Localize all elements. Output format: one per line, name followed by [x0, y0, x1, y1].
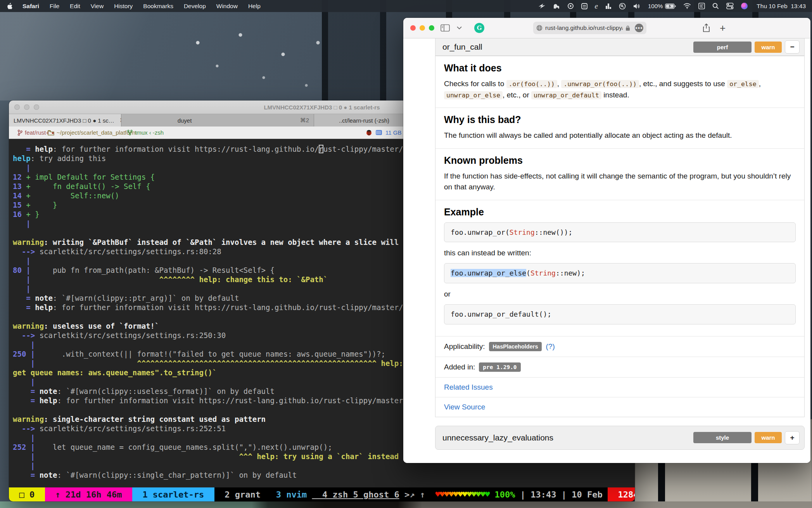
- terminal-text: =: [13, 145, 35, 153]
- tmux-window-item[interactable]: 2 grant: [214, 487, 266, 501]
- working-directory-status[interactable]: ~/project/scarlet_data_platform: [48, 127, 136, 139]
- tmux-window-item[interactable]: 4 zsh: [312, 487, 348, 501]
- menu-bar-status: e 100% Thu 10 Feb 13:43: [538, 2, 806, 10]
- menu-item-window[interactable]: Window: [216, 3, 238, 10]
- menu-item-file[interactable]: File: [50, 3, 59, 10]
- volume-icon[interactable]: [633, 3, 641, 9]
- lint-name: or_fun_call: [442, 42, 482, 52]
- tmux-window-item[interactable]: 6: [389, 487, 399, 501]
- grammarly-icon[interactable]: G: [474, 23, 484, 33]
- section-heading: What it does: [444, 62, 796, 74]
- desktop: SafariFileEditViewHistoryBookmarksDevelo…: [0, 0, 812, 508]
- folder-icon: [48, 130, 54, 135]
- tmux-window-item[interactable]: 1 scarlet-r­s: [132, 487, 214, 501]
- spotlight-icon[interactable]: [712, 3, 719, 9]
- tmux-window-item[interactable]: ↑ 21d 16h 46m: [45, 487, 132, 501]
- applicability-badge: HasPlaceholders: [489, 342, 542, 351]
- lint-card-unnecessary-lazy-evaluations[interactable]: unnecessary_lazy_evaluations style warn …: [435, 426, 805, 450]
- terminal-text: |: [13, 378, 35, 386]
- siri-icon[interactable]: [741, 3, 748, 9]
- heartbeat-meter: ♥♥♥♥♥♥♥♥♥♥♥♥: [435, 487, 489, 501]
- terminal-text: 13: [13, 182, 22, 191]
- tmux-status-item: 128419: [608, 487, 635, 501]
- menu-item-history[interactable]: History: [114, 3, 133, 10]
- applicability-label: Applicability:: [444, 342, 485, 351]
- tmux-window-item[interactable]: 3 nvim: [266, 487, 312, 501]
- page-settings-button[interactable]: ●●●: [635, 24, 643, 32]
- lint-level-badge: warn: [755, 42, 782, 53]
- terminal-text: + Self::new(): [22, 191, 119, 200]
- shell-status[interactable]: tmux ‹ -zsh: [127, 127, 164, 139]
- menu-item-edit[interactable]: Edit: [70, 3, 80, 10]
- e-script-icon[interactable]: e: [595, 2, 598, 10]
- terminal-text: + }: [22, 210, 40, 218]
- sidebar-toggle-button[interactable]: [441, 24, 450, 32]
- tmux-window-item[interactable]: >: [399, 487, 410, 501]
- address-bar[interactable]: rust-lang.github.io/rust-clippy/m ●●●: [533, 22, 646, 34]
- terminal-tab-2[interactable]: duyet ⌘2: [121, 114, 314, 127]
- lint-level-badge: warn: [755, 432, 782, 443]
- safari-traffic-lights: [410, 25, 434, 31]
- text-run: foo.unwrap_or(: [451, 228, 510, 236]
- added-in-badge: pre 1.29.0: [479, 362, 520, 372]
- lint-header[interactable]: or_fun_call perf warn −: [435, 38, 804, 56]
- menu-item-bookmarks[interactable]: Bookmarks: [143, 3, 173, 10]
- terminal-text: |: [13, 340, 35, 349]
- skitch-icon[interactable]: [538, 3, 546, 9]
- memory-status[interactable]: 11 GB: [366, 127, 401, 139]
- tab-shortcut: ⌘2: [295, 117, 309, 124]
- battery-indicator[interactable]: 100%: [648, 3, 676, 9]
- heart-icon: ♥: [480, 490, 485, 499]
- apple-menu-icon[interactable]: [6, 2, 12, 10]
- keychain-icon[interactable]: [619, 3, 626, 10]
- tmux-tree-icon: [127, 130, 133, 135]
- share-button[interactable]: [703, 24, 710, 33]
- terminal-text: note: [40, 387, 57, 395]
- minimize-button[interactable]: [420, 25, 425, 31]
- globe-icon: [536, 25, 542, 31]
- menu-item-safari[interactable]: Safari: [22, 3, 39, 10]
- expand-button[interactable]: +: [785, 431, 800, 444]
- tmux-window-item[interactable]: □ 0: [9, 487, 45, 501]
- zoom-button[interactable]: [429, 25, 434, 31]
- terminal-text: =: [13, 387, 40, 395]
- chevron-down-icon[interactable]: [457, 26, 462, 29]
- control-center-icon[interactable]: [726, 3, 734, 9]
- terminal-text: : `#[warn(clippy::ptr_arg)]` on by defau…: [53, 294, 239, 302]
- terminal-text: note: [40, 471, 57, 479]
- new-tab-button[interactable]: +: [720, 22, 726, 34]
- menu-item-help[interactable]: Help: [248, 3, 261, 10]
- applicability-help-link[interactable]: (?): [546, 342, 555, 351]
- tmux-window-item[interactable]: 5 ghost: [348, 487, 389, 501]
- related-issues-link[interactable]: Related Issues: [444, 383, 493, 391]
- terminal-text: |: [13, 359, 35, 368]
- heart-icon: ♥: [440, 490, 444, 499]
- notes-icon[interactable]: [581, 3, 587, 9]
- menu-item-view[interactable]: View: [91, 3, 104, 10]
- text-run: unwrap_or_else: [444, 91, 503, 99]
- wifi-icon[interactable]: [683, 3, 691, 9]
- terminal-text: .with_context(|| format!("failed to get …: [35, 350, 385, 358]
- close-button[interactable]: [410, 25, 416, 31]
- text-input-menu-icon[interactable]: [698, 3, 705, 9]
- anyconnect-icon[interactable]: [567, 3, 574, 9]
- heart-icon: ♥: [444, 490, 449, 499]
- menu-item-develop[interactable]: Develop: [184, 3, 206, 10]
- evernote-icon[interactable]: [553, 3, 560, 9]
- terminal-tab-1[interactable]: LMVNHCC02X71XFJHD3 □ 0 ● 1 sc… ⌘1: [9, 114, 121, 127]
- text-run: , etc., and suggests to use: [639, 80, 727, 88]
- section-text: If the function has side-effects, not ca…: [444, 171, 796, 193]
- code-block-unwrap-or-default[interactable]: foo.unwrap_or_default();: [444, 304, 796, 324]
- collapse-button[interactable]: −: [785, 40, 800, 54]
- text-run: String: [530, 269, 556, 277]
- menu-bar-clock[interactable]: Thu 10 Feb 13:43: [757, 3, 806, 10]
- dock-download-icon[interactable]: [605, 3, 612, 9]
- text-run: ,: [557, 80, 561, 88]
- code-block-unwrap-or-else[interactable]: foo.unwrap_or_else(String::new);: [444, 263, 796, 283]
- terminal-text: let queue_name = config_queue_names.spli…: [35, 443, 332, 451]
- ladybug-icon: [366, 129, 372, 136]
- view-source-link[interactable]: View Source: [444, 403, 485, 411]
- added-in-label: Added in:: [444, 363, 475, 371]
- code-block-unwrap-or[interactable]: foo.unwrap_or(String::new());: [444, 222, 796, 242]
- section-text: Checks for calls to .or(foo(..)), .unwra…: [444, 78, 796, 101]
